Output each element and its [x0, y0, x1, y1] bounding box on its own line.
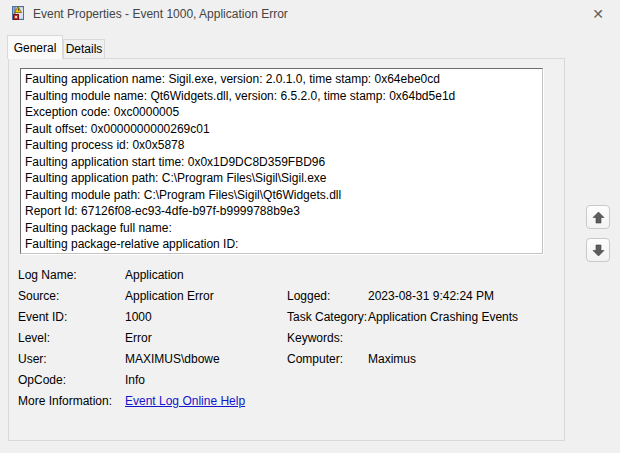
- previous-event-button[interactable]: [586, 205, 610, 229]
- event-description-box[interactable]: Faulting application name: Sigil.exe, ve…: [20, 68, 543, 254]
- description-line: Faulting application name: Sigil.exe, ve…: [25, 71, 538, 88]
- source-label: Source:: [18, 289, 125, 303]
- description-line: Faulting module name: Qt6Widgets.dll, ve…: [25, 88, 538, 105]
- log-name-label: Log Name:: [18, 268, 125, 282]
- event-log-online-help-link[interactable]: Event Log Online Help: [125, 394, 245, 408]
- description-line: Exception code: 0xc0000005: [25, 104, 538, 121]
- description-line: Faulting package-relative application ID…: [25, 236, 538, 253]
- next-event-button[interactable]: [586, 238, 610, 262]
- tab-details[interactable]: Details: [63, 39, 105, 58]
- event-id-value: 1000: [125, 310, 287, 324]
- task-category-value: Application Crashing Events: [368, 310, 558, 324]
- field-row-more-information: More Information: Event Log Online Help: [18, 394, 558, 415]
- event-properties-dialog: Event Properties - Event 1000, Applicati…: [0, 0, 620, 453]
- tab-general-label: General: [14, 41, 57, 55]
- field-row-event-id: Event ID: 1000 Task Category: Applicatio…: [18, 310, 558, 331]
- field-row-user: User: MAXIMUS\dbowe Computer: Maximus: [18, 352, 558, 373]
- logged-label: Logged:: [287, 289, 368, 303]
- window-title: Event Properties - Event 1000, Applicati…: [33, 7, 288, 21]
- tab-details-label: Details: [66, 42, 103, 56]
- computer-value: Maximus: [368, 352, 558, 366]
- close-icon: ✕: [592, 6, 604, 22]
- description-line: Faulting application start time: 0x0x1D9…: [25, 154, 538, 171]
- field-row-level: Level: Error Keywords:: [18, 331, 558, 352]
- description-line: Fault offset: 0x0000000000269c01: [25, 121, 538, 138]
- user-label: User:: [18, 352, 125, 366]
- user-value: MAXIMUS\dbowe: [125, 352, 287, 366]
- description-line: Report Id: 67126f08-ec93-4dfe-b97f-b9999…: [25, 203, 538, 220]
- task-category-label: Task Category:: [287, 310, 368, 324]
- level-value: Error: [125, 331, 287, 345]
- event-id-label: Event ID:: [18, 310, 125, 324]
- level-label: Level:: [18, 331, 125, 345]
- opcode-label: OpCode:: [18, 373, 125, 387]
- field-row-source: Source: Application Error Logged: 2023-0…: [18, 289, 558, 310]
- description-line: Faulting package full name:: [25, 220, 538, 237]
- field-row-log-name: Log Name: Application: [18, 268, 558, 289]
- up-arrow-icon: [592, 211, 605, 224]
- computer-label: Computer:: [287, 352, 368, 366]
- source-value: Application Error: [125, 289, 287, 303]
- close-button[interactable]: ✕: [582, 2, 614, 26]
- opcode-value: Info: [125, 373, 287, 387]
- description-line: Faulting application path: C:\Program Fi…: [25, 170, 538, 187]
- keywords-label: Keywords:: [287, 331, 368, 345]
- description-line: Faulting process id: 0x0x5878: [25, 137, 538, 154]
- tab-general[interactable]: General: [7, 35, 63, 59]
- field-row-opcode: OpCode: Info: [18, 373, 558, 394]
- title-bar: Event Properties - Event 1000, Applicati…: [0, 0, 620, 29]
- event-viewer-event-icon: [10, 5, 26, 21]
- log-name-value: Application: [125, 268, 287, 282]
- description-line: Faulting module path: C:\Program Files\S…: [25, 187, 538, 204]
- down-arrow-icon: [592, 244, 605, 257]
- logged-value: 2023-08-31 9:42:24 PM: [368, 289, 558, 303]
- event-fields: Log Name: Application Source: Applicatio…: [18, 268, 558, 415]
- more-information-label: More Information:: [18, 394, 125, 408]
